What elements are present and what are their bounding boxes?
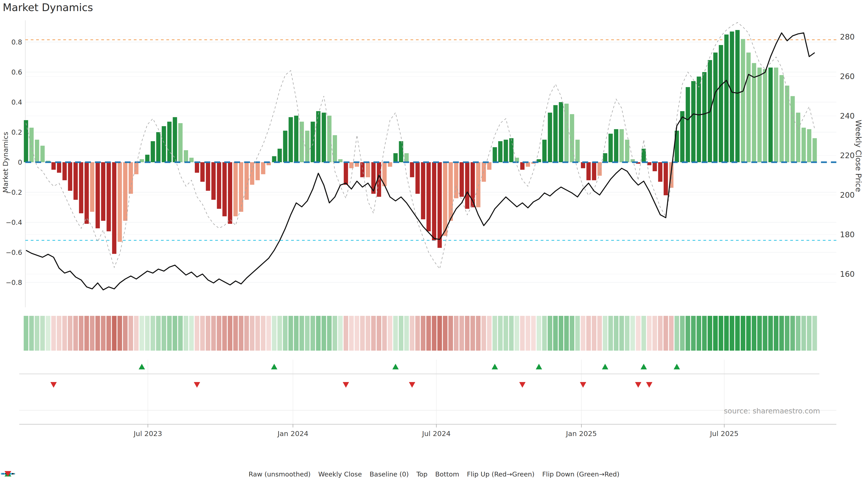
flip-up-marker [492, 364, 498, 369]
legend-item-4: Bottom [435, 470, 459, 478]
flip-up-marker [602, 364, 608, 369]
legend-label: Baseline (0) [370, 470, 409, 478]
svg-text:−0.8: −0.8 [6, 279, 22, 287]
legend-label: Raw (unsmoothed) [249, 470, 311, 478]
svg-text:160: 160 [840, 269, 855, 279]
svg-text:0.6: 0.6 [11, 68, 22, 76]
legend-item-3: Top [416, 470, 428, 478]
flip-down-marker [343, 382, 349, 388]
flip-down-marker [194, 382, 200, 388]
svg-text:180: 180 [840, 230, 855, 239]
legend-item-6: Flip Down (Green→Red) [542, 470, 620, 478]
flip-down-marker [646, 382, 652, 388]
x-tick-label: Jul 2024 [422, 429, 451, 437]
legend-label: Flip Down (Green→Red) [542, 470, 620, 478]
svg-text:260: 260 [840, 72, 855, 81]
x-tick-label: Jul 2023 [133, 429, 162, 437]
legend-item-5: Flip Up (Red→Green) [467, 470, 535, 478]
svg-text:0.8: 0.8 [11, 38, 22, 46]
svg-text:280: 280 [840, 32, 855, 41]
flip-up-marker [674, 364, 680, 369]
legend-label: Top [416, 470, 428, 478]
flip-up-marker [393, 364, 399, 369]
svg-text:0.4: 0.4 [11, 98, 22, 106]
legend-label: Weekly Close [318, 470, 362, 478]
flip-up-marker [536, 364, 542, 369]
svg-text:0.2: 0.2 [11, 128, 22, 136]
svg-text:200: 200 [840, 191, 855, 199]
svg-text:−0.4: −0.4 [6, 219, 22, 226]
svg-text:0: 0 [18, 158, 22, 166]
svg-text:240: 240 [840, 111, 855, 121]
svg-text:−0.2: −0.2 [6, 188, 22, 196]
flip-down-marker [580, 382, 586, 388]
flip-down-marker [409, 382, 415, 388]
flip-up-marker [138, 364, 145, 369]
legend-label: Bottom [435, 470, 459, 478]
x-tick-label: Jan 2024 [277, 429, 309, 437]
x-tick-label: Jul 2025 [710, 429, 739, 437]
legend-item-0: Raw (unsmoothed) [249, 470, 311, 478]
chart-legend: Raw (unsmoothed)Weekly CloseBaseline (0)… [0, 470, 868, 478]
market-dynamics-page: Market Dynamics Market Dynamics Weekly C… [0, 0, 868, 488]
svg-text:220: 220 [840, 151, 855, 160]
legend-item-2: Baseline (0) [370, 470, 409, 478]
flip-down-marker [519, 382, 526, 388]
x-tick-label: Jan 2025 [565, 429, 597, 437]
flip-up-marker [271, 364, 277, 369]
source-note: source: sharemaestro.com [724, 407, 820, 415]
legend-item-1: Weekly Close [318, 470, 362, 478]
svg-text:−0.6: −0.6 [6, 249, 22, 256]
flip-down-marker [51, 382, 57, 388]
flip-up-marker [641, 364, 647, 369]
tri-down-legend-symbol [0, 470, 16, 477]
flip-down-marker [635, 382, 641, 388]
legend-label: Flip Up (Red→Green) [467, 470, 535, 478]
